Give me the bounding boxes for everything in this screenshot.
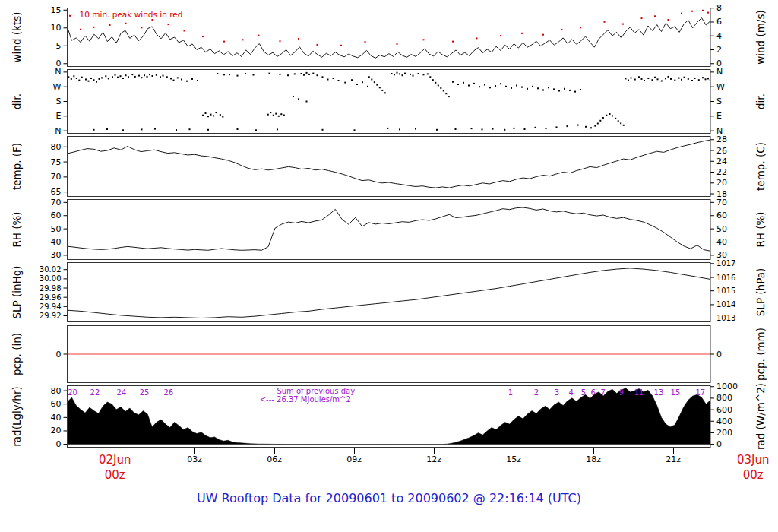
peak-wind-kts-dot xyxy=(622,24,624,25)
wind-direction-deg-dot xyxy=(511,87,512,89)
left-date-line: 02Jun xyxy=(88,452,141,467)
wind-direction-deg-dot xyxy=(432,79,434,81)
wind-direction-deg-dot xyxy=(694,78,696,79)
rad-left-tick-label: 60 xyxy=(51,399,62,409)
wind-direction-deg-dot xyxy=(273,115,274,116)
wind-direction-deg-dot xyxy=(68,76,69,78)
wind-direction-deg-dot xyxy=(106,128,108,130)
wind-direction-deg-dot xyxy=(186,81,188,82)
wind-direction-deg-dot xyxy=(356,84,358,85)
wind-direction-deg-dot xyxy=(452,81,454,83)
rad-annotation: 15 xyxy=(671,388,681,397)
wind-direction-deg-dot xyxy=(567,125,568,127)
panel-pcp-chart: 00pcp. (in)pcp. (mm) xyxy=(0,325,778,383)
wind-direction-deg-dot xyxy=(532,86,533,87)
wind-direction-deg-dot xyxy=(207,129,209,131)
peak-wind-kts-dot xyxy=(152,19,153,21)
wind-direction-deg-dot xyxy=(222,116,223,118)
wind-direction-deg-dot xyxy=(668,76,669,78)
wind-direction-deg-dot xyxy=(492,128,494,130)
wind-direction-deg-dot xyxy=(415,128,416,130)
rad-annotation: 25 xyxy=(140,388,150,397)
wind-direction-deg-dot xyxy=(128,76,129,78)
wind-direction-deg-dot xyxy=(602,117,604,119)
wind-direction-deg-dot xyxy=(609,113,611,115)
wind-direction-deg-dot xyxy=(394,74,395,75)
pcp-left-tick-label: 0 xyxy=(56,350,62,359)
wind-direction-deg-dot xyxy=(594,125,596,127)
slp-right-tick-label: 1015 xyxy=(716,287,735,295)
wind-direction-deg-dot xyxy=(455,128,457,130)
wind-direction-deg-dot xyxy=(216,112,217,113)
panel-temp-chart: 65707580182022242628temp. (F)temp. (C) xyxy=(0,136,778,197)
rad-left-tick-label: 0 xyxy=(56,439,62,449)
wind-direction-deg-dot xyxy=(381,90,383,91)
wind-direction-deg-dot xyxy=(213,115,214,116)
wind-direction-deg-dot xyxy=(427,73,429,74)
wind-direction-deg-dot xyxy=(278,116,280,117)
slp-left-tick-label: 29.96 xyxy=(40,293,62,302)
wind-direction-deg-dot xyxy=(112,76,113,78)
wind-direction-deg-dot xyxy=(641,78,643,80)
right-date: 03Jun00z xyxy=(726,452,778,483)
wind-direction-deg-dot xyxy=(644,80,645,81)
wind-direction-deg-dot xyxy=(101,77,103,78)
wind-direction-deg-dot xyxy=(134,76,136,78)
wind-direction-deg-dot xyxy=(654,77,656,78)
time-tick xyxy=(434,448,435,454)
wind-direction-deg-dot xyxy=(173,80,175,81)
wind-direction-deg-dot xyxy=(322,129,324,131)
wind-direction-deg-dot xyxy=(546,128,547,129)
wind-direction-deg-dot xyxy=(237,128,239,130)
wind-direction-deg-dot xyxy=(371,79,372,81)
panel-rad-chart: 02040608002004006008001000rad(Lgly/hr)ra… xyxy=(0,385,778,448)
wind-direction-deg-dot xyxy=(293,96,294,97)
rad-annotation: 13 xyxy=(654,388,664,397)
wind-left-tick-label: 10 xyxy=(51,23,62,33)
wind-direction-deg-dot xyxy=(283,115,285,116)
rh-left-axis-title: RH (%) xyxy=(11,211,23,247)
time-tick xyxy=(673,448,674,454)
rad-annotation: 4 xyxy=(569,388,574,397)
wind-direction-deg-dot xyxy=(631,77,632,78)
wind-direction-deg-dot xyxy=(399,128,400,130)
wind-direction-deg-dot xyxy=(558,90,560,92)
wind-direction-deg-dot xyxy=(237,75,239,77)
wind-direction-deg-dot xyxy=(542,90,544,91)
rad-annotation: 7 xyxy=(601,388,606,397)
peak-wind-kts-dot xyxy=(580,27,581,28)
time-tick xyxy=(194,448,195,454)
wind-direction-deg-dot xyxy=(122,129,124,131)
wind-direction-deg-dot xyxy=(205,112,207,114)
temp-right-tick-label: 26 xyxy=(716,146,727,156)
wind-direction-deg-dot xyxy=(443,90,444,92)
wind-direction-deg-dot xyxy=(436,129,438,131)
rh-left-tick-label: 70 xyxy=(51,198,62,207)
dir-left-tick-label: E xyxy=(56,111,62,121)
rad-left-tick-label: 20 xyxy=(51,426,62,435)
slp-right-axis-title: SLP (hPa) xyxy=(754,268,767,316)
temp-right-tick-label: 24 xyxy=(716,157,727,166)
wind-direction-deg-dot xyxy=(597,123,599,125)
rad-right-tick-label: 400 xyxy=(716,416,732,426)
rad-annotation: 5 xyxy=(581,388,586,397)
panel-rh-chart: 30405060703040506070RH (%)RH (%) xyxy=(0,199,778,260)
wind-direction-deg-dot xyxy=(73,75,74,77)
wind-direction-deg-dot xyxy=(71,78,72,80)
temp-right-axis-title: temp. (C) xyxy=(754,142,767,191)
wind-direction-deg-dot xyxy=(245,73,246,74)
wind-direction-deg-dot xyxy=(280,74,281,75)
wind-direction-deg-dot xyxy=(85,79,87,81)
temp-left-axis-title: temp. (F) xyxy=(11,143,23,190)
peak-wind-kts-dot xyxy=(702,10,704,11)
peak-wind-kts-dot xyxy=(681,13,682,14)
wind-direction-deg-dot xyxy=(468,85,470,87)
wind-direction-deg-dot xyxy=(623,125,625,126)
wind-direction-deg-dot xyxy=(580,89,581,90)
slp-left-tick-label: 30.00 xyxy=(40,274,62,283)
peak-wind-kts-dot xyxy=(168,24,169,25)
peak-wind-kts-dot xyxy=(80,29,81,30)
wind-direction-deg-dot xyxy=(270,112,271,113)
peak-wind-kts-dot xyxy=(365,41,366,43)
time-tick xyxy=(274,448,275,454)
